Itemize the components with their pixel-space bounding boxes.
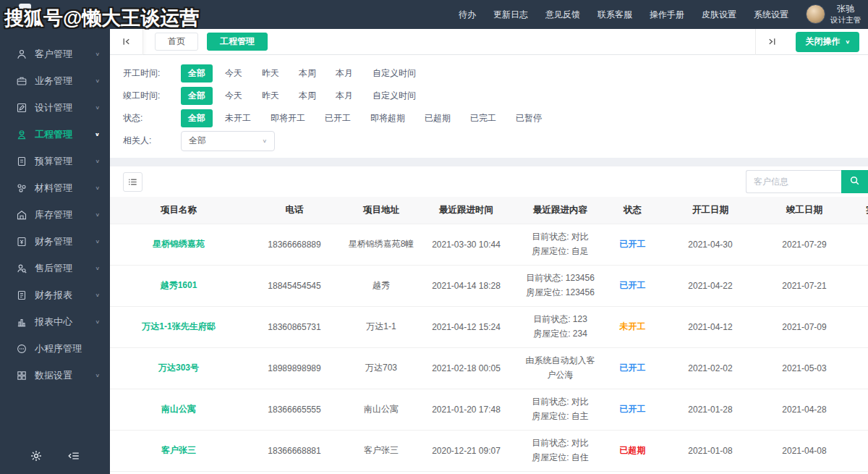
sidebar-item-9[interactable]: 财务报表∨ (0, 282, 110, 308)
filter-option[interactable]: 本月 (328, 64, 360, 82)
sidebar-item-2[interactable]: 设计管理∨ (0, 94, 110, 121)
actual-cell (844, 389, 868, 430)
filter-option[interactable]: 今天 (218, 87, 250, 105)
table-card: 项目名称电话项目地址最近跟进时间最近跟进内容状态开工日期竣工日期实际 星桥锦绣嘉… (110, 166, 868, 474)
project-name-link[interactable]: 星桥锦绣嘉苑 (110, 224, 247, 265)
filter-option[interactable]: 本周 (292, 87, 323, 105)
collapse-menu-icon[interactable] (67, 449, 80, 465)
end-date-cell: 2021-07-09 (765, 306, 844, 347)
filter-option[interactable]: 即将超期 (363, 109, 412, 127)
sidebar-item-12[interactable]: 数据设置∨ (0, 362, 110, 389)
panel-gap (110, 158, 868, 166)
tab-1[interactable]: 工程管理 (207, 33, 268, 51)
sidebar-item-1[interactable]: 业务管理∨ (0, 67, 110, 94)
filter-label: 开工时间: (123, 67, 181, 80)
user-block[interactable]: 张驰 设计主管 (806, 4, 861, 25)
topnav-item-0[interactable]: 待办 (459, 9, 476, 21)
chevron-down-icon: ∨ (95, 78, 100, 84)
topnav-item-1[interactable]: 更新日志 (493, 9, 528, 21)
follow-time-cell: 2021-02-18 00:05 (421, 347, 511, 389)
filter-option[interactable]: 全部 (181, 87, 213, 105)
project-name-link[interactable]: 越秀1601 (110, 265, 247, 306)
scroll-tabs-right-button[interactable] (755, 29, 788, 55)
filter-option[interactable]: 本月 (328, 87, 360, 105)
follow-content-cell: 目前状态: 123 房屋定位: 234 (511, 306, 609, 347)
sidebar-item-label: 数据设置 (35, 369, 72, 382)
sidebar-item-4[interactable]: 预算管理∨ (0, 148, 110, 174)
follow-content-cell: 目前状态: 对比 房屋定位: 自足 (511, 224, 609, 265)
sidebar-item-8[interactable]: 售后管理∨ (0, 255, 110, 282)
scroll-tabs-left-button[interactable] (110, 29, 143, 55)
status-badge: 已开工 (609, 265, 656, 306)
column-header-3: 最近跟进时间 (421, 197, 511, 224)
filter-option[interactable]: 自定义时间 (365, 87, 423, 105)
start-date-cell: 2021-01-28 (656, 389, 765, 430)
chevron-down-icon: ∨ (95, 105, 100, 111)
sidebar-item-6[interactable]: 库存管理∨ (0, 201, 110, 228)
actual-cell (844, 265, 868, 306)
topnav-item-5[interactable]: 皮肤设置 (702, 9, 736, 21)
topnav-item-3[interactable]: 联系客服 (597, 9, 632, 21)
chevron-down-icon: ∨ (95, 292, 100, 298)
inventory-icon (16, 208, 35, 221)
filter-option[interactable]: 今天 (218, 64, 250, 82)
sidebar-item-7[interactable]: 财务管理∨ (0, 228, 110, 255)
project-name-link[interactable]: 客户张三 (110, 430, 247, 471)
phone-cell: 18366665555 (247, 389, 341, 430)
filter-option[interactable]: 自定义时间 (365, 64, 423, 82)
engineering-icon (16, 128, 35, 140)
topnav-item-2[interactable]: 意见反馈 (545, 9, 580, 21)
sidebar-item-label: 客户管理 (35, 48, 72, 61)
project-name-link[interactable]: 南山公寓 (110, 389, 247, 430)
filter-option[interactable]: 昨天 (255, 87, 286, 105)
search-icon (849, 175, 860, 188)
table-wrap: 项目名称电话项目地址最近跟进时间最近跟进内容状态开工日期竣工日期实际 星桥锦绣嘉… (110, 197, 868, 474)
topnav-item-4[interactable]: 操作手册 (650, 9, 684, 21)
customer-icon (16, 48, 35, 60)
project-name-link[interactable]: 万达1-1张先生府邸 (110, 306, 247, 347)
search-button[interactable] (841, 170, 868, 193)
table-header-row: 项目名称电话项目地址最近跟进时间最近跟进内容状态开工日期竣工日期实际 (110, 197, 868, 224)
filter-option[interactable]: 未开工 (218, 109, 258, 127)
sidebar-item-11[interactable]: 小程序管理 (0, 335, 110, 362)
filter-option[interactable]: 已开工 (318, 109, 358, 127)
filter-option[interactable]: 本周 (292, 64, 323, 82)
status-badge: 未开工 (609, 306, 656, 347)
gear-icon[interactable] (30, 449, 43, 465)
sidebar-item-label: 报表中心 (35, 316, 72, 329)
follow-content-cell: 目前状态: 123456 房屋定位: 123456 (511, 265, 609, 306)
filter-option[interactable]: 即将开工 (263, 109, 312, 127)
related-person-select[interactable]: 全部∨ (181, 131, 275, 151)
chevron-down-icon: ∨ (262, 138, 267, 144)
chevron-down-icon: ∨ (95, 132, 100, 137)
chevron-down-icon: ∨ (95, 266, 100, 271)
sidebar-item-3[interactable]: 工程管理∨ (0, 121, 110, 148)
miniprogram-icon (16, 342, 35, 355)
filter-option[interactable]: 昨天 (255, 64, 286, 82)
filter-option[interactable]: 全部 (181, 64, 213, 82)
close-operation-button[interactable]: 关闭操作 ∨ (796, 32, 859, 52)
topnav-item-6[interactable]: 系统设置 (754, 9, 788, 21)
column-header-7: 竣工日期 (765, 197, 844, 224)
list-view-button[interactable] (123, 172, 142, 192)
filter-option[interactable]: 已超期 (417, 109, 458, 127)
table-row: 南山公寓18366665555南山公寓2021-01-20 17:48目前状态:… (110, 389, 868, 430)
tab-0[interactable]: 首页 (155, 33, 198, 51)
sidebar-item-5[interactable]: 材料管理∨ (0, 174, 110, 201)
user-avatar[interactable] (806, 4, 825, 24)
sidebar-item-label: 材料管理 (35, 182, 72, 195)
table-row: 客户张三18366668881客户张三2020-12-21 09:07目前状态:… (110, 430, 868, 471)
phone-cell: 18366668889 (247, 224, 341, 265)
table-row: 万达1-1张先生府邸18360865731万达1-12021-04-12 15:… (110, 306, 868, 347)
status-badge: 已开工 (609, 389, 656, 430)
filter-option[interactable]: 全部 (181, 109, 213, 127)
filter-option[interactable]: 已完工 (463, 109, 503, 127)
project-name-link[interactable]: 万达303号 (110, 347, 247, 389)
sidebar-item-10[interactable]: 报表中心∨ (0, 308, 110, 335)
sidebar-item-0[interactable]: 客户管理∨ (0, 41, 110, 67)
search-input[interactable] (746, 170, 841, 193)
column-header-2: 项目地址 (341, 197, 421, 224)
filter-option[interactable]: 已暂停 (509, 109, 549, 127)
column-header-5: 状态 (609, 197, 656, 224)
column-header-4: 最近跟进内容 (511, 197, 609, 224)
